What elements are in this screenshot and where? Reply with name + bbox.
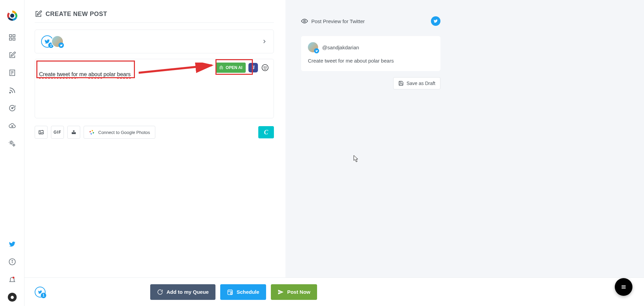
svg-point-10 [12, 107, 13, 109]
annotation-arrow [139, 63, 220, 76]
openai-label: OPEN AI [226, 65, 242, 70]
canva-button[interactable]: C [258, 126, 274, 138]
svg-rect-4 [13, 38, 15, 40]
svg-point-22 [40, 131, 40, 132]
add-media-library-button[interactable] [67, 126, 80, 139]
calendar-clock-icon [227, 289, 233, 295]
preview-card: @sandjakdarian Create tweet for me about… [301, 36, 440, 71]
add-gif-button[interactable]: GIF [51, 126, 64, 139]
footer-account-icon[interactable]: 1 [35, 287, 46, 298]
google-photos-icon [89, 129, 95, 135]
preview-network-badge [314, 48, 319, 53]
eye-icon [301, 18, 308, 24]
refresh-icon [157, 289, 163, 295]
svg-rect-2 [13, 35, 15, 37]
footer-account-badge: 1 [41, 293, 46, 298]
emoji-button[interactable] [261, 63, 269, 72]
preview-panel: Post Preview for Twitter @sandjakdarian … [285, 0, 644, 306]
preview-avatar [308, 42, 318, 52]
post-now-button[interactable]: Post Now [271, 284, 317, 300]
svg-point-19 [266, 67, 266, 67]
nav-rss[interactable] [0, 82, 24, 99]
account-avatar [51, 35, 64, 48]
svg-rect-23 [73, 131, 75, 132]
connect-google-photos-button[interactable]: Connect to Google Photos [84, 126, 155, 139]
svg-point-17 [262, 65, 268, 71]
nav-recycle[interactable] [0, 99, 24, 117]
app-logo [6, 10, 18, 22]
svg-point-9 [10, 92, 11, 93]
svg-rect-24 [72, 132, 76, 134]
nav-compose[interactable] [0, 46, 24, 64]
menu-icon [621, 284, 627, 290]
save-draft-button[interactable]: Save as Draft [393, 77, 440, 89]
avatar-initials: ⬤ [11, 295, 14, 299]
compose-icon [35, 10, 42, 18]
openai-icon [219, 65, 224, 70]
page-title: CREATE NEW POST [35, 10, 285, 18]
svg-point-11 [10, 142, 12, 144]
preview-body-text: Create tweet for me about polar bears [308, 58, 434, 64]
schedule-button[interactable]: Schedule [220, 284, 266, 300]
svg-point-12 [13, 144, 14, 146]
nav-account-avatar[interactable]: ⬤ [0, 288, 24, 306]
send-icon [278, 289, 284, 295]
emoji-icon [261, 64, 269, 71]
nav-info[interactable] [0, 253, 24, 271]
openai-button[interactable]: OPEN AI [215, 63, 246, 73]
media-toolbar: GIF Connect to Google Photos C [35, 126, 274, 139]
svg-point-25 [304, 20, 306, 22]
post-editor[interactable]: OPEN AI # Create tweet for me about pola… [35, 59, 274, 118]
svg-rect-3 [9, 38, 11, 40]
svg-point-18 [264, 67, 264, 67]
footer: 1 Add to my Queue Schedule Post Now [24, 277, 644, 306]
preview-network-icon [431, 16, 440, 26]
hashtag-button[interactable]: # [248, 63, 258, 72]
svg-line-20 [139, 65, 212, 73]
nav-upload[interactable] [0, 117, 24, 135]
editor-text[interactable]: Create tweet for me about polar bears [39, 71, 131, 78]
chevron-right-icon [261, 38, 267, 45]
add-to-queue-button[interactable]: Add to my Queue [150, 284, 215, 300]
network-badge-icon [58, 42, 64, 48]
add-image-button[interactable] [35, 126, 48, 139]
preview-header: Post Preview for Twitter [301, 16, 440, 26]
svg-point-15 [12, 260, 13, 261]
account-selector[interactable]: 1 [35, 30, 274, 53]
divider [35, 22, 274, 23]
save-icon [398, 81, 404, 86]
sidebar: ⬤ [0, 0, 24, 306]
svg-point-0 [10, 14, 14, 18]
nav-content[interactable] [0, 64, 24, 82]
preview-header-text: Post Preview for Twitter [311, 18, 365, 24]
nav-notifications[interactable] [0, 271, 24, 288]
svg-rect-1 [9, 35, 11, 37]
nav-twitter[interactable] [0, 235, 24, 253]
page-title-text: CREATE NEW POST [46, 11, 107, 18]
nav-settings[interactable] [0, 135, 24, 152]
compose-column: CREATE NEW POST 1 OPEN AI # [24, 0, 285, 306]
preview-handle: @sandjakdarian [322, 45, 359, 50]
fab-menu-button[interactable] [615, 278, 632, 296]
svg-point-16 [12, 277, 14, 279]
nav-dashboard[interactable] [0, 29, 24, 46]
